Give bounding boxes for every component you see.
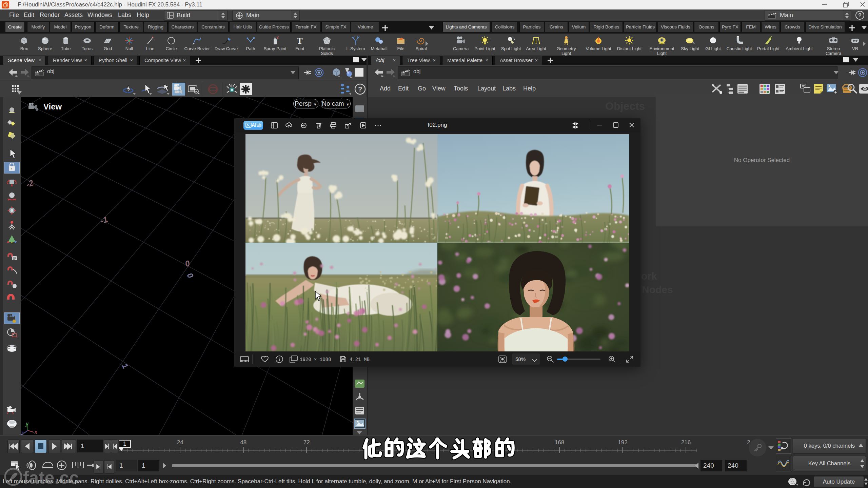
svg-text:?: ?: [858, 12, 862, 19]
svg-text:48: 48: [240, 439, 246, 446]
svg-text:72: 72: [303, 439, 310, 446]
svg-text:x: x: [34, 429, 38, 435]
svg-text:y: y: [25, 421, 29, 427]
svg-text:24: 24: [177, 439, 183, 446]
svg-text:T: T: [297, 36, 302, 46]
svg-text:192: 192: [618, 439, 627, 446]
svg-text:168: 168: [555, 439, 564, 446]
svg-text:?: ?: [358, 85, 362, 93]
svg-text:fate.cc: fate.cc: [23, 468, 79, 487]
svg-text:z: z: [21, 430, 24, 435]
svg-text:216: 216: [681, 439, 691, 446]
